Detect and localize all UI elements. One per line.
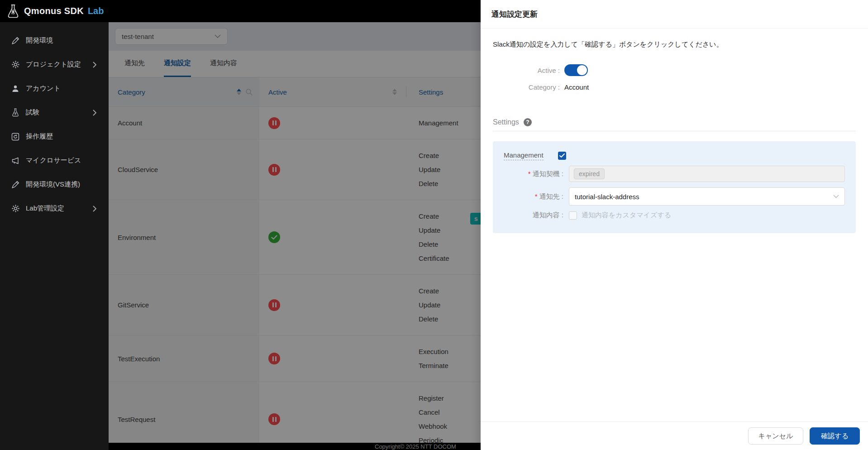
gear-icon <box>11 60 20 69</box>
drawer-header: 通知設定更新 <box>481 0 868 29</box>
chevron-right-icon <box>93 62 97 68</box>
customize-checkbox-label: 通知内容をカスタマイズする <box>582 211 671 220</box>
destination-field-row: 通知先 : tutorial-slack-address <box>504 187 845 206</box>
chevron-down-icon <box>833 195 839 198</box>
sidebar-menu: 開発環境プロジェクト設定アカウント試験操作履歴マイクロサービス開発環境(VS連携… <box>0 22 109 220</box>
management-row: Management <box>504 151 845 160</box>
pen-icon <box>11 180 20 189</box>
gear-icon <box>11 204 20 213</box>
content-label: 通知内容 : <box>504 211 563 220</box>
sidebar-item-label: 試験 <box>26 108 39 117</box>
settings-section-heading: Settings ? <box>493 118 856 126</box>
sidebar-item-1[interactable]: プロジェクト設定 <box>0 53 109 77</box>
sidebar-item-label: 開発環境 <box>26 36 53 45</box>
destination-select-value: tutorial-slack-address <box>575 193 639 201</box>
drawer-footer: キャンセル 確認する <box>481 421 868 450</box>
management-checkbox[interactable] <box>558 152 566 160</box>
category-field-row: Category : Account <box>493 83 856 91</box>
trigger-field-row: 通知契機 : expired <box>504 166 845 182</box>
chevron-right-icon <box>93 206 97 212</box>
history-icon <box>11 132 20 141</box>
confirm-button[interactable]: 確認する <box>810 427 860 445</box>
sidebar-item-4[interactable]: 操作履歴 <box>0 124 109 148</box>
trigger-input-disabled: expired <box>569 166 845 182</box>
trigger-tag: expired <box>574 168 605 179</box>
sidebar-item-2[interactable]: アカウント <box>0 77 109 101</box>
settings-divider <box>493 131 856 131</box>
sidebar-item-7[interactable]: Lab管理設定 <box>0 196 109 220</box>
sidebar-item-label: マイクロサービス <box>26 156 81 165</box>
sidebar-item-6[interactable]: 開発環境(VS連携) <box>0 172 109 196</box>
active-field-row: Active : <box>493 64 856 76</box>
drawer-title: 通知設定更新 <box>491 9 538 19</box>
content-field-row: 通知内容 : 通知内容をカスタマイズする <box>504 211 845 220</box>
cancel-button[interactable]: キャンセル <box>748 427 804 445</box>
check-icon <box>559 153 565 158</box>
app-logo[interactable]: Qmonus SDK Lab <box>0 0 109 22</box>
chevron-right-icon <box>93 110 97 116</box>
sidebar-item-5[interactable]: マイクロサービス <box>0 148 109 172</box>
sidebar-item-3[interactable]: 試験 <box>0 101 109 124</box>
brand-name: Qmonus SDK <box>24 6 84 16</box>
sidebar-item-label: 操作履歴 <box>26 132 53 141</box>
toggle-knob <box>577 65 587 75</box>
pen-icon <box>11 36 20 45</box>
sidebar: Qmonus SDK Lab 開発環境プロジェクト設定アカウント試験操作履歴マイ… <box>0 0 109 450</box>
notification-update-drawer: 通知設定更新 Slack通知の設定を入力して「確認する」ボタンをクリックしてくだ… <box>481 0 868 450</box>
sidebar-item-label: アカウント <box>26 84 61 93</box>
flask-logo-icon <box>6 4 20 19</box>
settings-form-box: Management 通知契機 : expired 通知先 : tutorial… <box>493 141 856 233</box>
trigger-label: 通知契機 : <box>504 170 563 178</box>
management-label: Management <box>504 151 544 160</box>
category-value: Account <box>564 83 589 91</box>
destination-select[interactable]: tutorial-slack-address <box>569 187 845 206</box>
sidebar-item-label: 開発環境(VS連携) <box>26 180 80 189</box>
drawer-description: Slack通知の設定を入力して「確認する」ボタンをクリックしてください。 <box>493 40 856 49</box>
customize-checkbox-disabled <box>569 211 577 220</box>
sidebar-item-label: プロジェクト設定 <box>26 60 81 69</box>
flask-icon <box>11 108 20 117</box>
megaphone-icon <box>11 156 20 165</box>
drawer-body: Slack通知の設定を入力して「確認する」ボタンをクリックしてください。 Act… <box>481 29 868 421</box>
brand-accent: Lab <box>88 6 104 16</box>
sidebar-item-label: Lab管理設定 <box>26 204 64 213</box>
sidebar-item-0[interactable]: 開発環境 <box>0 29 109 53</box>
settings-heading-text: Settings <box>493 118 519 126</box>
content-checkbox-group: 通知内容をカスタマイズする <box>569 211 845 220</box>
destination-label: 通知先 : <box>504 192 563 201</box>
user-icon <box>11 84 20 93</box>
active-toggle[interactable] <box>564 64 588 76</box>
active-label: Active : <box>493 67 560 74</box>
category-label: Category : <box>493 83 560 91</box>
help-icon[interactable]: ? <box>524 118 532 126</box>
